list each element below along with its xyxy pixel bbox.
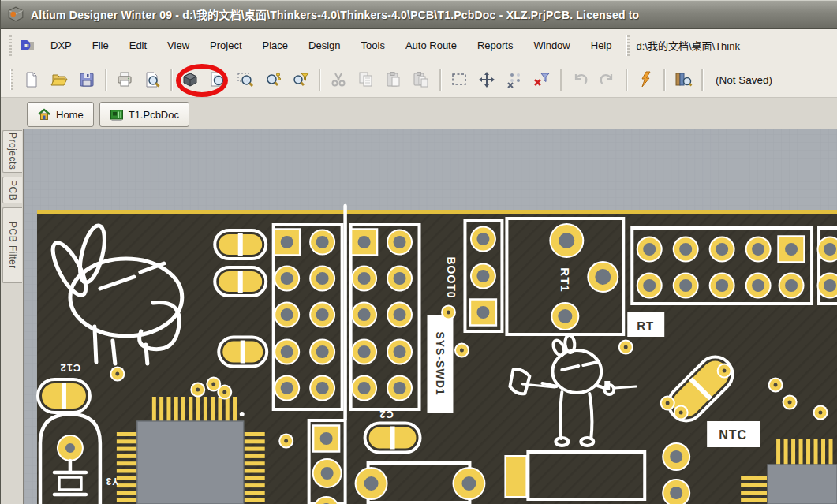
pcb-via[interactable]: [110, 367, 125, 382]
zoom-filtered-button[interactable]: [287, 67, 313, 93]
pcb-pad[interactable]: [587, 261, 618, 293]
pcb-pad[interactable]: [355, 467, 388, 500]
pcb-pad[interactable]: [309, 302, 335, 328]
panel-tab-pcb[interactable]: PCB: [2, 177, 22, 203]
redo-button[interactable]: [594, 67, 620, 93]
pcb-via[interactable]: [278, 434, 293, 449]
menu-item-help[interactable]: Help: [581, 35, 622, 55]
silk-label-ntc[interactable]: NTC: [719, 428, 747, 442]
pcb-pad[interactable]: [312, 458, 342, 488]
clear-filter-button[interactable]: [529, 67, 555, 93]
pcb-pad[interactable]: [470, 263, 496, 289]
silk-label-y3[interactable]: Y3: [106, 476, 119, 487]
pcb-via[interactable]: [813, 405, 828, 420]
new-document-button[interactable]: [18, 67, 44, 93]
pcb-pad[interactable]: [309, 375, 335, 401]
zoom-selection-button[interactable]: [260, 67, 286, 93]
pcb-pad[interactable]: [309, 230, 335, 256]
pcb-pad[interactable]: [351, 339, 377, 365]
pcb-pad-square[interactable]: [351, 230, 377, 256]
pcb-pad[interactable]: [387, 375, 413, 401]
menu-item-design[interactable]: Design: [298, 35, 350, 55]
menu-item-dxp[interactable]: DXP: [40, 35, 82, 55]
pcb-pad[interactable]: [387, 230, 413, 256]
pcb-via[interactable]: [454, 343, 469, 358]
silk-label-rt1[interactable]: RT1: [559, 267, 572, 292]
smd-pad[interactable]: [505, 456, 526, 497]
toolbar-grip-2[interactable]: [626, 35, 630, 56]
pcb-pad[interactable]: [387, 302, 413, 328]
panel-tab-projects[interactable]: Projects: [2, 130, 22, 173]
menu-item-project[interactable]: Project: [200, 35, 252, 55]
pcb-pad[interactable]: [387, 266, 413, 292]
menu-item-place[interactable]: Place: [252, 35, 299, 55]
paste-button[interactable]: [380, 67, 406, 93]
pcb-pad[interactable]: [470, 226, 496, 252]
pcb-via[interactable]: [674, 405, 689, 420]
pcb-pad[interactable]: [274, 375, 300, 401]
silk-label-c12[interactable]: C12: [60, 362, 81, 374]
toolbar-grip-3[interactable]: [10, 69, 13, 90]
copy-button[interactable]: [353, 67, 379, 93]
silk-label-c2[interactable]: C2: [379, 409, 394, 420]
menu-item-edit[interactable]: Edit: [119, 35, 157, 55]
pcb-pad[interactable]: [779, 273, 805, 299]
menu-item-tools[interactable]: Tools: [351, 35, 395, 55]
menu-item-file[interactable]: File: [82, 35, 119, 55]
pcb-via[interactable]: [768, 378, 783, 393]
ic-body[interactable]: [137, 421, 244, 504]
pcb-pad[interactable]: [662, 442, 690, 471]
board-edge-line[interactable]: [37, 210, 837, 214]
ic-body[interactable]: [768, 465, 837, 504]
pcb-pad[interactable]: [309, 339, 335, 365]
pcb-pad[interactable]: [637, 237, 663, 263]
cut-button[interactable]: [325, 67, 351, 93]
print-preview-button[interactable]: [139, 67, 165, 93]
pcb-via[interactable]: [190, 383, 205, 398]
pcb-pad[interactable]: [274, 339, 300, 365]
fit-document-button[interactable]: [204, 67, 230, 93]
menu-item-reports[interactable]: Reports: [467, 35, 524, 55]
pcb-pad-square[interactable]: [313, 426, 339, 452]
open-document-button[interactable]: [46, 67, 72, 93]
select-area-button[interactable]: [446, 67, 472, 93]
pcb-pad[interactable]: [387, 339, 413, 365]
menu-item-view[interactable]: View: [157, 35, 200, 55]
pcb-pad[interactable]: [745, 273, 772, 299]
toolbar-grip[interactable]: [9, 35, 12, 56]
pcb-via[interactable]: [618, 340, 633, 355]
pcb-pad[interactable]: [549, 223, 584, 258]
pcb-pad[interactable]: [274, 266, 300, 292]
paste-array-button[interactable]: [408, 67, 434, 93]
pcb-via[interactable]: [660, 396, 675, 411]
pcb-pad[interactable]: [551, 302, 579, 330]
zoom-area-button[interactable]: [232, 67, 258, 93]
pcb-pad[interactable]: [309, 266, 335, 292]
tab-home[interactable]: Home: [27, 102, 94, 127]
pcb-pad[interactable]: [274, 302, 300, 328]
pcb-pad[interactable]: [351, 266, 377, 292]
pcb-editor-canvas[interactable]: C12 Y3 C2 BOOT0 SYS-SWD1 RT1 RT NTC: [23, 129, 837, 504]
pcb-via[interactable]: [217, 385, 232, 400]
pcb-canvas[interactable]: C12 Y3 C2 BOOT0 SYS-SWD1 RT1 RT NTC: [24, 129, 837, 504]
pcb-pad[interactable]: [709, 237, 735, 263]
run-script-button[interactable]: [632, 67, 658, 93]
pcb-pad[interactable]: [709, 273, 735, 299]
silk-label-sys-swd1[interactable]: SYS-SWD1: [433, 331, 446, 395]
silk-label-boot0[interactable]: BOOT0: [445, 256, 458, 298]
pcb-pad-square[interactable]: [779, 237, 805, 263]
pcb-pad-square[interactable]: [470, 300, 496, 326]
save-document-button[interactable]: [73, 67, 99, 93]
undo-button[interactable]: [566, 67, 592, 93]
menu-item-auto-route[interactable]: Auto Route: [395, 35, 467, 55]
pcb-pad[interactable]: [452, 467, 485, 500]
tab-t1-pcbdoc[interactable]: T1.PcbDoc: [99, 102, 189, 127]
pcb-pad[interactable]: [673, 237, 699, 263]
print-button[interactable]: [111, 67, 137, 93]
pcb-pad[interactable]: [57, 435, 84, 461]
deselect-all-button[interactable]: [501, 67, 527, 93]
pcb-pad-square[interactable]: [274, 230, 300, 256]
pcb-via[interactable]: [441, 305, 456, 320]
menu-item-window[interactable]: Window: [523, 35, 580, 55]
view-3d-button[interactable]: [177, 67, 203, 93]
